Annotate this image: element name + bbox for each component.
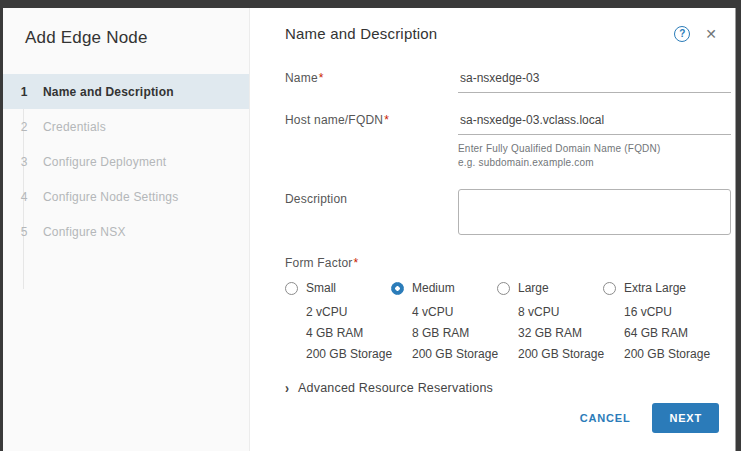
radio-label[interactable]: Extra Large [624,281,686,295]
dialog-title: Add Edge Node [3,28,249,48]
description-textarea[interactable] [458,189,731,235]
hostname-field-label: Host name/FQDN* [285,110,458,170]
required-asterisk: * [384,113,389,127]
step-number: 2 [14,120,34,134]
name-field-label: Name* [285,68,458,93]
chevron-right-icon: › [285,380,289,397]
form-factor-option-small: Small 2 vCPU 4 GB RAM 200 GB Storage [285,281,391,365]
modal-overlay: Add Edge Node 1 Name and Description 2 C… [0,0,741,451]
form-factor-section: Form Factor* Small 2 vCPU 4 GB RAM 200 [285,256,731,365]
specs-extra-large: 16 vCPU 64 GB RAM 200 GB Storage [603,302,709,365]
wizard-step-configure-node-settings[interactable]: 4 Configure Node Settings [3,179,249,214]
form-factor-option-medium: Medium 4 vCPU 8 GB RAM 200 GB Storage [391,281,497,365]
step-label: Name and Description [43,85,174,99]
required-asterisk: * [354,256,359,270]
panel-title: Name and Description [285,25,437,42]
form-factor-label: Form Factor* [285,256,731,270]
hostname-field-row: Host name/FQDN* Enter Fully Qualified Do… [285,110,731,170]
radio-extra-large[interactable] [603,282,616,295]
form-factor-option-large: Large 8 vCPU 32 GB RAM 200 GB Storage [497,281,603,365]
step-label: Configure NSX [43,225,126,239]
advanced-resource-reservations-label: Advanced Resource Reservations [298,381,493,395]
description-field-row: Description [285,189,731,239]
wizard-step-configure-deployment[interactable]: 3 Configure Deployment [3,144,249,179]
specs-large: 8 vCPU 32 GB RAM 200 GB Storage [497,302,603,365]
step-number: 1 [14,85,34,99]
close-icon[interactable]: ✕ [705,27,717,41]
specs-small: 2 vCPU 4 GB RAM 200 GB Storage [285,302,391,365]
wizard-step-name-and-description[interactable]: 1 Name and Description [3,74,249,109]
panel-header: Name and Description ? ✕ [250,8,731,42]
wizard-steps: 1 Name and Description 2 Credentials 3 C… [3,74,249,249]
step-label: Credentials [43,120,106,134]
hostname-helper-text: Enter Fully Qualified Domain Name (FQDN)… [458,142,731,170]
wizard-step-configure-nsx[interactable]: 5 Configure NSX [3,214,249,249]
radio-label[interactable]: Large [518,281,549,295]
required-asterisk: * [319,71,324,85]
hostname-input[interactable] [458,111,731,135]
name-field-row: Name* [285,68,731,93]
advanced-resource-reservations-toggle[interactable]: › Advanced Resource Reservations [285,381,731,395]
step-label: Configure Node Settings [43,190,178,204]
radio-small[interactable] [285,282,298,295]
header-icons: ? ✕ [674,26,717,42]
step-number: 3 [14,155,34,169]
form-factor-options: Small 2 vCPU 4 GB RAM 200 GB Storage [285,281,731,365]
form-factor-option-extra-large: Extra Large 16 vCPU 64 GB RAM 200 GB Sto… [603,281,709,365]
step-number: 5 [14,225,34,239]
specs-medium: 4 vCPU 8 GB RAM 200 GB Storage [391,302,497,365]
panel-content: Name and Description ? ✕ Name* [250,8,735,451]
dialog-footer: CANCEL NEXT [250,403,731,451]
description-field-label: Description [285,189,458,239]
step-number: 4 [14,190,34,204]
help-icon[interactable]: ? [674,26,690,42]
name-input[interactable] [458,69,731,93]
step-label: Configure Deployment [43,155,166,169]
wizard-sidebar: Add Edge Node 1 Name and Description 2 C… [3,8,250,451]
cancel-button[interactable]: CANCEL [580,412,631,424]
wizard-step-credentials[interactable]: 2 Credentials [3,109,249,144]
radio-large[interactable] [497,282,510,295]
next-button[interactable]: NEXT [652,403,719,433]
radio-label[interactable]: Medium [412,281,455,295]
radio-label[interactable]: Small [306,281,336,295]
radio-medium[interactable] [391,282,404,295]
name-description-form: Name* Host name/FQDN* Enter Fully Qualif… [250,42,731,395]
add-edge-node-dialog: Add Edge Node 1 Name and Description 2 C… [3,8,736,451]
